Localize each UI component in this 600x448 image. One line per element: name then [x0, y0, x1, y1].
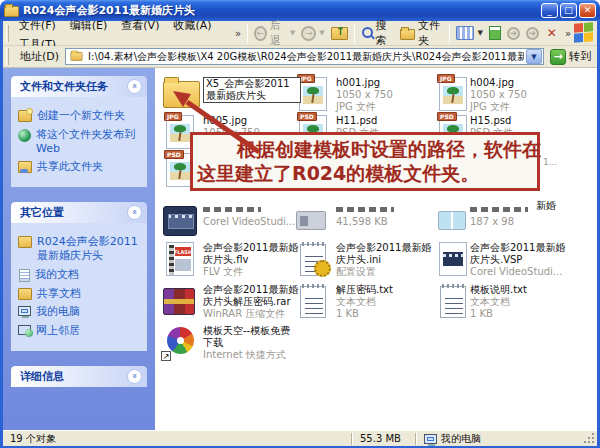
file-name[interactable]: 会声会影2011最新婚庆片头.ini: [336, 242, 432, 266]
file-tile[interactable]: 解压密码.txt文本文档1 KB: [296, 284, 326, 318]
file-name[interactable]: h004.jpg: [470, 77, 566, 89]
doc-icon: [19, 269, 30, 282]
file-name[interactable]: h005.jpg: [203, 115, 299, 127]
maximize-button[interactable]: □: [560, 3, 577, 18]
file-detail: Corel VideoStudi...: [470, 266, 566, 278]
file-tile[interactable]: 会声会影2011最新婚庆片头.flvFLV 文件: [163, 242, 194, 276]
file-list-area[interactable]: ↗模板天空--模板免费下载Internet 快捷方式模板说明.txt文本文档1 …: [155, 68, 597, 430]
file-name[interactable]: 模板天空--模板免费下载: [203, 325, 299, 349]
address-path[interactable]: I:\04.素材\会声会影模板\X4 20G模板\R024会声会影2011最新婚…: [88, 50, 524, 64]
folders-icon: [400, 29, 415, 40]
resize-grip[interactable]: [583, 432, 596, 445]
panel-header-details[interactable]: 详细信息»: [11, 366, 147, 387]
sidebar-panel-other-places: 其它位置«R024会声会影2011最新婚庆片头我的文档共享文档我的电脑网上邻居: [11, 202, 147, 351]
delete-button[interactable]: ✕: [542, 25, 562, 41]
jpg-file-icon: [299, 77, 327, 111]
move-to-button[interactable]: ➜: [504, 26, 523, 41]
sidebar-item-my-computer[interactable]: 我的电脑: [18, 305, 143, 319]
file-detail: WinRAR 压缩文件: [203, 308, 299, 320]
file-name[interactable]: 会声会影2011最新婚庆片头.VSP: [470, 242, 566, 266]
folder-sync-button[interactable]: [486, 25, 504, 41]
panel-header-other-places[interactable]: 其它位置«: [11, 202, 147, 223]
file-text: h001.jpg1050 x 750JPG 文件: [336, 77, 432, 113]
menu-item-3[interactable]: 查看(V): [114, 17, 166, 34]
panel-header-file-tasks[interactable]: 文件和文件夹任务«: [11, 76, 147, 97]
sidebar-item-my-documents[interactable]: 我的文档: [18, 268, 143, 282]
file-tile[interactable]: h004.jpg1050 x 750JPG 文件: [436, 77, 467, 111]
sidebar-item-label: 将这个文件夹发布到 Web: [36, 128, 143, 156]
file-tile[interactable]: 41,598 KB: [296, 204, 326, 230]
file-text: 会声会影2011最新婚庆片头.flvFLV 文件: [203, 242, 299, 278]
addressbar-grip[interactable]: [6, 48, 9, 65]
file-name[interactable]: H11.psd: [336, 115, 432, 127]
sidebar-item-parent-folder[interactable]: R024会声会影2011最新婚庆片头: [18, 235, 143, 263]
folder-icon: [18, 236, 32, 248]
file-name[interactable]: 解压密码.txt: [336, 284, 432, 296]
file-tile[interactable]: X5_会声会影2011最新婚庆片头: [163, 77, 200, 108]
sidebar-item-network-places[interactable]: 网上邻居: [18, 324, 143, 338]
file-tile[interactable]: 会声会影2011最新婚庆片头解压密码.rarWinRAR 压缩文件: [163, 284, 195, 315]
views-dropdown[interactable]: ▼: [477, 29, 482, 37]
menubar-grip[interactable]: [6, 25, 9, 42]
panel-title: 文件和文件夹任务: [20, 79, 127, 94]
green-doc-icon: [489, 26, 501, 40]
forward-dropdown[interactable]: ▼: [319, 29, 324, 37]
close-button[interactable]: ✕: [579, 3, 596, 18]
status-location: 我的电脑: [417, 432, 583, 446]
thumb-blue-file-icon: [438, 211, 466, 230]
sidebar-item-publish-to-web[interactable]: 将这个文件夹发布到 Web: [18, 128, 143, 156]
file-name[interactable]: H15.psd: [470, 115, 566, 127]
annotation-box: 根据创建模板时设置的路径，软件在 这里建立了R024的模板文件夹。: [190, 132, 540, 191]
toolbar-overflow-chevron[interactable]: »: [562, 28, 574, 39]
task-sidebar: 文件和文件夹任务«创建一个新文件夹将这个文件夹发布到 Web共享此文件夹其它位置…: [3, 68, 155, 430]
chevron-up-icon[interactable]: «: [127, 79, 142, 94]
views-button[interactable]: ▼: [453, 25, 485, 41]
file-tile[interactable]: 会声会影2011最新婚庆片头.VSPCorel VideoStudi...: [436, 242, 467, 276]
chevron-up-icon[interactable]: «: [127, 205, 142, 220]
menu-item-1[interactable]: 文件(F): [12, 17, 63, 34]
file-name[interactable]: h001.jpg: [336, 77, 432, 89]
illegible-filename: [470, 207, 528, 212]
sidebar-item-create-new-folder[interactable]: 创建一个新文件夹: [18, 109, 143, 123]
sidebar-item-share-this-folder[interactable]: 共享此文件夹: [18, 160, 143, 174]
file-text: 模板天空--模板免费下载Internet 快捷方式: [203, 325, 299, 361]
chevron-down-icon[interactable]: »: [127, 369, 142, 384]
folder-file-icon: [163, 81, 200, 108]
back-dropdown[interactable]: ▼: [290, 29, 295, 37]
rar-file-icon: [163, 288, 195, 315]
up-folder-icon: [331, 27, 348, 40]
menu-overflow-chevron[interactable]: »: [232, 28, 244, 39]
file-tile[interactable]: 模板说明.txt文本文档1 KB: [436, 284, 466, 318]
file-tile[interactable]: ↗模板天空--模板免费下载Internet 快捷方式: [163, 325, 197, 359]
file-detail: 41,598 KB: [336, 216, 432, 228]
menu-item-2[interactable]: 编辑(E): [63, 17, 115, 34]
go-button[interactable]: → 转到: [550, 49, 591, 65]
file-name[interactable]: 模板说明.txt: [470, 284, 566, 296]
file-detail: 1050 x 750: [336, 89, 432, 101]
address-combo[interactable]: I:\04.素材\会声会影模板\X4 20G模板\R024会声会影2011最新婚…: [65, 48, 544, 65]
minimize-button[interactable]: _: [541, 3, 558, 18]
up-button[interactable]: [328, 26, 351, 41]
menu-toolbar-row: 文件(F)编辑(E)查看(V)收藏(A)工具(T) » ← 后退 ▼ → ▼ 搜…: [3, 21, 597, 46]
copy-to-button[interactable]: ➜: [523, 26, 542, 41]
file-detail: JPG 文件: [336, 101, 432, 113]
file-name[interactable]: 会声会影2011最新婚庆片头解压密码.rar: [203, 284, 299, 308]
file-text: Corel VideoStudi...: [203, 204, 299, 228]
file-tile[interactable]: 187 x 98: [436, 204, 466, 230]
back-button[interactable]: ← 后退 ▼: [251, 17, 298, 49]
search-button[interactable]: 搜索: [358, 17, 397, 49]
file-name[interactable]: X5_会声会影2011最新婚庆片头: [203, 77, 301, 103]
menu-item-4[interactable]: 收藏(A): [166, 17, 218, 34]
folders-button[interactable]: 文件夹: [397, 17, 447, 49]
wrapped-name-fragment: 新婚: [536, 199, 556, 213]
address-dropdown-button[interactable]: ▼: [526, 49, 542, 64]
sidebar-item-shared-documents[interactable]: 共享文档: [18, 287, 143, 301]
file-tile[interactable]: 会声会影2011最新婚庆片头.ini配置设置: [296, 242, 326, 276]
file-text: 会声会影2011最新婚庆片头解压密码.rarWinRAR 压缩文件: [203, 284, 299, 320]
file-tile[interactable]: Corel VideoStudi...: [163, 204, 197, 236]
forward-button[interactable]: → ▼: [298, 25, 327, 42]
videostudio-file-icon: [163, 206, 197, 236]
truncated-text-fragment: 1...: [543, 157, 557, 167]
content-area: 文件和文件夹任务«创建一个新文件夹将这个文件夹发布到 Web共享此文件夹其它位置…: [3, 68, 597, 430]
file-name[interactable]: 会声会影2011最新婚庆片头.flv: [203, 242, 299, 266]
